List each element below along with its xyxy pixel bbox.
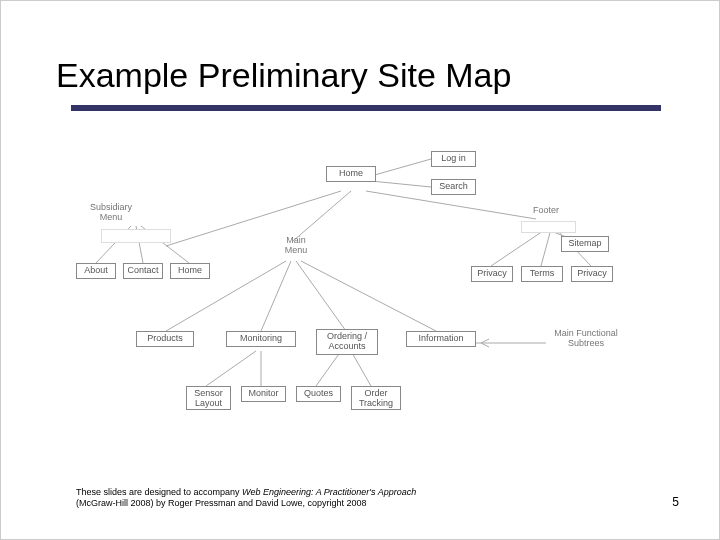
sitemap-diagram: Home Log in Search Subsidiary Menu Main … — [71, 151, 661, 441]
footer-prefix: These slides are designed to accompany — [76, 487, 242, 497]
node-login: Log in — [431, 151, 476, 167]
node-sensor-layout: Sensor Layout — [186, 386, 231, 410]
svg-line-21 — [351, 351, 371, 386]
page-number: 5 — [672, 495, 679, 509]
footer-line2: (McGraw-Hill 2008) by Roger Pressman and… — [76, 498, 367, 508]
svg-line-16 — [481, 339, 489, 343]
node-privacy2: Privacy — [571, 266, 613, 282]
slide: Example Preliminary Site Map — [0, 0, 720, 540]
node-subsidiary-ghost — [101, 229, 171, 243]
label-main-menu: Main Menu — [276, 236, 316, 256]
node-sitemap: Sitemap — [561, 236, 609, 252]
node-privacy: Privacy — [471, 266, 513, 282]
node-search: Search — [431, 179, 476, 195]
node-ordering-accounts: Ordering / Accounts — [316, 329, 378, 355]
node-contact: Contact — [123, 263, 163, 279]
svg-line-20 — [316, 351, 341, 386]
label-main-functional-subtrees: Main Functional Subtrees — [546, 329, 626, 349]
node-information: Information — [406, 331, 476, 347]
node-products: Products — [136, 331, 194, 347]
footer-book-title: Web Engineering: A Practitioner's Approa… — [242, 487, 416, 497]
node-terms: Terms — [521, 266, 563, 282]
node-footer-ghost — [521, 221, 576, 233]
node-monitor: Monitor — [241, 386, 286, 402]
footer-text: These slides are designed to accompany W… — [76, 487, 556, 510]
svg-line-0 — [371, 159, 431, 176]
svg-line-15 — [301, 261, 436, 331]
node-monitoring: Monitoring — [226, 331, 296, 347]
svg-line-3 — [293, 191, 351, 241]
node-quotes: Quotes — [296, 386, 341, 402]
svg-line-18 — [206, 351, 256, 386]
svg-line-14 — [296, 261, 346, 331]
label-footer: Footer — [526, 206, 566, 216]
svg-line-7 — [541, 229, 551, 266]
title-underline — [71, 105, 661, 111]
svg-line-6 — [491, 229, 546, 266]
label-subsidiary-menu: Subsidiary Menu — [81, 203, 141, 223]
node-about: About — [76, 263, 116, 279]
svg-line-13 — [261, 261, 291, 331]
svg-line-4 — [366, 191, 536, 219]
page-title: Example Preliminary Site Map — [56, 56, 511, 95]
node-home: Home — [326, 166, 376, 182]
svg-line-17 — [481, 343, 489, 347]
node-home2: Home — [170, 263, 210, 279]
node-order-tracking: Order Tracking — [351, 386, 401, 410]
svg-line-1 — [371, 181, 431, 187]
